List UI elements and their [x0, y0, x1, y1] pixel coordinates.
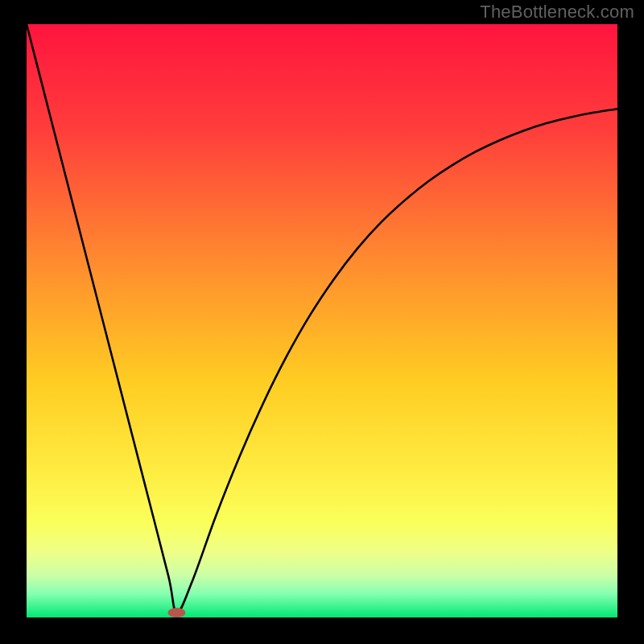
- plot-area: [27, 24, 617, 617]
- gradient-background: [27, 24, 617, 617]
- watermark-text: TheBottleneck.com: [480, 2, 634, 23]
- bottleneck-chart: [27, 24, 617, 617]
- chart-frame: TheBottleneck.com: [0, 0, 644, 644]
- minimum-marker: [167, 608, 185, 617]
